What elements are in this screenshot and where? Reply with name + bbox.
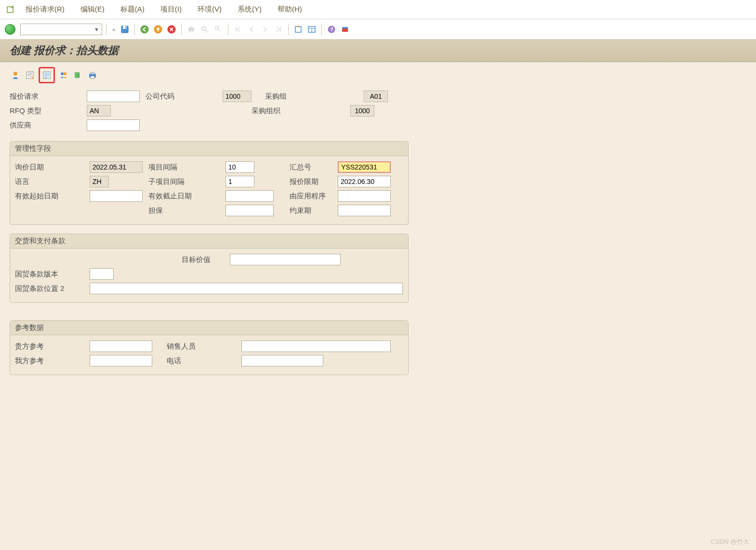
svg-text:?: ? bbox=[330, 26, 333, 32]
telephone-input[interactable] bbox=[241, 355, 323, 367]
rfq-type-input[interactable] bbox=[87, 105, 111, 117]
valid-start-input[interactable] bbox=[90, 190, 143, 202]
rfq-date-input[interactable] bbox=[90, 161, 143, 173]
menu-help[interactable]: 帮助(H) bbox=[271, 1, 309, 18]
partners-button[interactable] bbox=[58, 69, 69, 81]
salesperson-input[interactable] bbox=[241, 340, 391, 352]
language-input[interactable] bbox=[90, 176, 109, 187]
back-button[interactable] bbox=[139, 24, 150, 35]
new-session-button[interactable]: + bbox=[292, 24, 304, 35]
separator bbox=[321, 24, 322, 35]
our-ref-input[interactable] bbox=[90, 355, 152, 367]
valid-end-input[interactable] bbox=[225, 190, 274, 202]
quot-deadline-label: 报价限期 bbox=[290, 177, 338, 186]
salesperson-label: 销售人员 bbox=[167, 342, 241, 351]
your-ref-label: 贵方参考 bbox=[15, 342, 90, 351]
reference-title: 参考数据 bbox=[10, 321, 408, 335]
svg-point-6 bbox=[168, 26, 175, 33]
vendor-input[interactable] bbox=[87, 119, 140, 131]
separator bbox=[288, 24, 289, 35]
svg-point-5 bbox=[154, 26, 162, 33]
svg-point-20 bbox=[328, 26, 335, 33]
incoterms-loc-input[interactable] bbox=[90, 283, 403, 294]
cancel-button[interactable] bbox=[166, 24, 177, 35]
binding-input[interactable] bbox=[338, 205, 391, 216]
item-interval-input[interactable] bbox=[225, 161, 254, 173]
telephone-label: 电话 bbox=[167, 356, 241, 366]
command-field[interactable]: ▼ bbox=[20, 24, 102, 35]
settings-button[interactable] bbox=[339, 24, 351, 35]
prev-page-button bbox=[246, 24, 257, 35]
print-preview-button[interactable] bbox=[87, 69, 98, 81]
next-page-button bbox=[259, 24, 271, 35]
incoterms-ver-input[interactable] bbox=[90, 268, 114, 280]
find-button bbox=[199, 24, 211, 35]
svg-point-4 bbox=[141, 26, 148, 33]
purch-group-input[interactable] bbox=[364, 91, 388, 102]
header-texts-button[interactable] bbox=[24, 69, 36, 81]
svg-rect-3 bbox=[125, 26, 126, 28]
svg-rect-17 bbox=[308, 26, 315, 32]
rfq-label: 报价请求 bbox=[10, 92, 87, 101]
svg-point-12 bbox=[215, 26, 218, 29]
valid-end-label: 有效截止日期 bbox=[148, 192, 225, 201]
svg-rect-8 bbox=[189, 26, 193, 28]
svg-point-24 bbox=[13, 72, 17, 76]
coll-no-input[interactable] bbox=[338, 161, 391, 173]
menu-environment[interactable]: 环境(V) bbox=[191, 1, 228, 18]
help-button[interactable]: ? bbox=[326, 24, 337, 35]
admin-title: 管理性字段 bbox=[10, 142, 408, 156]
menu-header[interactable]: 标题(A) bbox=[114, 1, 151, 18]
header-details-button[interactable] bbox=[41, 69, 53, 81]
terms-title: 交货和支付条款 bbox=[10, 234, 408, 249]
svg-rect-2 bbox=[123, 26, 127, 29]
layout-button[interactable] bbox=[306, 24, 318, 35]
rfq-date-label: 询价日期 bbox=[15, 163, 90, 172]
svg-rect-22 bbox=[342, 27, 348, 32]
quot-deadline-input[interactable] bbox=[338, 176, 391, 187]
language-label: 语言 bbox=[15, 177, 90, 186]
first-page-button bbox=[232, 24, 244, 35]
svg-rect-31 bbox=[91, 76, 94, 79]
purch-org-input[interactable] bbox=[350, 105, 374, 117]
appl-by-input[interactable] bbox=[338, 190, 391, 202]
rfq-type-label: RFQ 类型 bbox=[10, 106, 87, 116]
reference-groupbox: 参考数据 贵方参考 销售人员 我方参考 电话 bbox=[10, 320, 409, 375]
coll-no-label: 汇总号 bbox=[290, 163, 338, 172]
rfq-input[interactable] bbox=[87, 91, 140, 102]
target-value-input[interactable] bbox=[230, 254, 341, 265]
dropdown-icon[interactable]: ▼ bbox=[92, 26, 102, 32]
terms-groupbox: 交货和支付条款 目标价值 国贸条款版本 国贸条款位置 2 bbox=[10, 234, 409, 303]
app-toolbar bbox=[0, 62, 756, 87]
item-interval-label: 项目间隔 bbox=[148, 163, 225, 172]
app-menu-icon[interactable] bbox=[5, 4, 16, 15]
menu-system[interactable]: 系统(Y) bbox=[231, 1, 268, 18]
page-title: 创建 报价求：抬头数据 bbox=[10, 43, 746, 58]
find-next-button: + bbox=[212, 24, 224, 35]
menu-bar: 报价请求(R) 编辑(E) 标题(A) 项目(I) 环境(V) 系统(Y) 帮助… bbox=[0, 0, 756, 19]
exit-button[interactable] bbox=[152, 24, 164, 35]
our-ref-label: 我方参考 bbox=[15, 356, 90, 366]
menu-rfq[interactable]: 报价请求(R) bbox=[19, 1, 71, 18]
collapse-icon[interactable]: « bbox=[110, 26, 117, 32]
svg-rect-30 bbox=[90, 72, 95, 74]
svg-rect-23 bbox=[342, 27, 348, 28]
save-button[interactable] bbox=[119, 24, 131, 35]
company-code-input[interactable] bbox=[223, 91, 252, 102]
menu-item[interactable]: 项目(I) bbox=[154, 1, 188, 18]
svg-rect-9 bbox=[189, 30, 193, 32]
subitem-interval-label: 子项目间隔 bbox=[148, 177, 225, 186]
your-ref-input[interactable] bbox=[90, 340, 152, 352]
last-page-button bbox=[273, 24, 284, 35]
menu-edit[interactable]: 编辑(E) bbox=[74, 1, 111, 18]
warranty-input[interactable] bbox=[225, 205, 274, 216]
subitem-interval-input[interactable] bbox=[225, 176, 254, 187]
purch-group-label: 采购组 bbox=[265, 92, 364, 101]
appl-by-label: 由应用程序 bbox=[290, 192, 338, 201]
vendor-address-button[interactable] bbox=[10, 69, 21, 81]
enter-button[interactable] bbox=[5, 24, 15, 35]
svg-rect-7 bbox=[188, 28, 194, 31]
release-button[interactable] bbox=[72, 69, 84, 81]
svg-rect-15 bbox=[295, 26, 301, 32]
title-bar: 创建 报价求：抬头数据 bbox=[0, 39, 756, 62]
